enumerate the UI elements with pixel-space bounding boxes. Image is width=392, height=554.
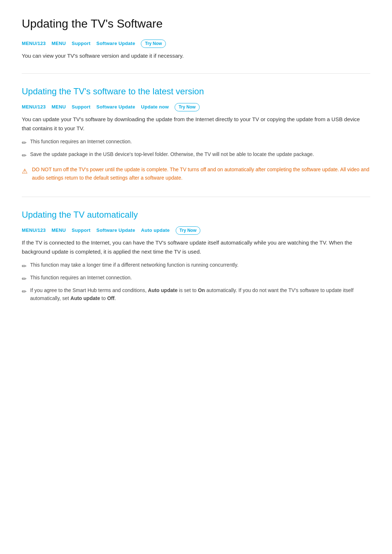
intro-text: You can view your TV's software version … — [22, 52, 370, 60]
note-item-s1-1: ✏ Save the update package in the USB dev… — [22, 151, 370, 160]
auto-update-label-2: Auto update — [70, 295, 100, 301]
note-item-s1-0: ✏ This function requires an Internet con… — [22, 138, 370, 148]
bc-s2-support: Support — [72, 227, 90, 234]
pencil-icon-s2-2: ✏ — [22, 287, 26, 296]
breadcrumb-item-menu: MENU — [52, 40, 66, 48]
section-update-latest: Updating the TV's software to the latest… — [22, 85, 370, 182]
note-item-s2-0: ✏ This function may take a longer time i… — [22, 261, 370, 271]
divider-1 — [22, 73, 370, 74]
section-title-update-auto: Updating the TV automatically — [22, 208, 370, 222]
auto-update-note-before: If you agree to the Smart Hub terms and … — [30, 287, 148, 293]
pencil-icon-s2-0: ✏ — [22, 262, 26, 271]
note-text-s1-0: This function requires an Internet conne… — [30, 138, 132, 146]
section-body-update-latest: You can update your TV's software by dow… — [22, 115, 370, 133]
pencil-icon-s2-1: ✏ — [22, 275, 26, 284]
pencil-icon-s1-0: ✏ — [22, 139, 26, 148]
note-text-s2-1: This function requires an Internet conne… — [30, 274, 132, 282]
auto-update-label-1: Auto update — [148, 287, 178, 293]
auto-update-note-middle1: is set to — [177, 287, 198, 293]
bc-s1-support: Support — [72, 103, 90, 111]
bc-s2-auto-update: Auto update — [141, 227, 170, 234]
bc-s1-menu: MENU — [52, 103, 66, 111]
try-now-badge-s2[interactable]: Try Now — [176, 226, 201, 235]
bc-s1-update-now: Update now — [141, 103, 169, 111]
breadcrumb-item-support: Support — [72, 40, 90, 48]
intro-breadcrumb: MENU/123 MENU Support Software Update Tr… — [22, 40, 370, 48]
auto-update-note-end: . — [114, 295, 116, 301]
auto-update-off-label: Off — [107, 295, 114, 301]
section-update-auto: Updating the TV automatically MENU/123 M… — [22, 208, 370, 302]
note-text-s2-0: This function may take a longer time if … — [30, 261, 238, 269]
section-body-update-auto: If the TV is connected to the Internet, … — [22, 238, 370, 257]
note-text-s2-2: If you agree to the Smart Hub terms and … — [30, 287, 370, 302]
bc-s2-software-update: Software Update — [96, 227, 135, 234]
warning-text-s1: DO NOT turn off the TV's power until the… — [32, 165, 370, 182]
bc-s2-menu123: MENU/123 — [22, 227, 46, 234]
breadcrumb-item-software-update: Software Update — [96, 40, 135, 48]
section-title-update-latest: Updating the TV's software to the latest… — [22, 85, 370, 98]
note-item-s2-2: ✏ If you agree to the Smart Hub terms an… — [22, 287, 370, 302]
bc-s1-menu123: MENU/123 — [22, 103, 46, 111]
bc-s1-software-update: Software Update — [96, 103, 135, 111]
try-now-badge-intro[interactable]: Try Now — [141, 40, 166, 48]
breadcrumb-update-latest: MENU/123 MENU Support Software Update Up… — [22, 103, 370, 111]
auto-update-note-after: to — [100, 295, 107, 301]
try-now-badge-s1[interactable]: Try Now — [175, 103, 200, 111]
note-item-s2-1: ✏ This function requires an Internet con… — [22, 274, 370, 284]
page-title: Updating the TV's Software — [22, 15, 370, 33]
note-text-s1-1: Save the update package in the USB devic… — [30, 151, 314, 159]
breadcrumb-item-menu123: MENU/123 — [22, 40, 46, 48]
breadcrumb-update-auto: MENU/123 MENU Support Software Update Au… — [22, 226, 370, 235]
warning-triangle-icon: ⚠ — [22, 166, 28, 177]
warning-box-s1: ⚠ DO NOT turn off the TV's power until t… — [22, 165, 370, 182]
note-list-s1: ✏ This function requires an Internet con… — [22, 138, 370, 160]
note-list-s2: ✏ This function may take a longer time i… — [22, 261, 370, 302]
divider-2 — [22, 197, 370, 197]
pencil-icon-s1-1: ✏ — [22, 151, 26, 160]
bc-s2-menu: MENU — [52, 227, 66, 234]
auto-update-on-label: On — [198, 287, 205, 293]
